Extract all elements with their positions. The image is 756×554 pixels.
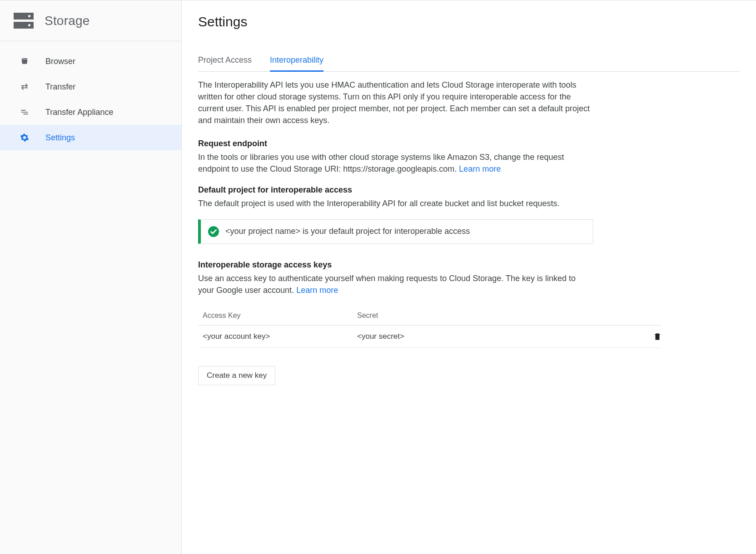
appliance-icon	[20, 108, 29, 117]
keys-table: Access Key Secret <your account key> <yo…	[198, 306, 662, 348]
keys-desc-text: Use an access key to authenticate yourse…	[198, 274, 576, 295]
table-row: <your account key> <your secret>	[198, 326, 662, 348]
banner-project-name: <your project name>	[225, 227, 300, 236]
tab-interoperability[interactable]: Interoperability	[270, 50, 323, 72]
endpoint-title: Request endpoint	[198, 139, 740, 148]
sidebar-item-browser[interactable]: Browser	[0, 49, 181, 74]
column-secret: Secret	[357, 312, 639, 320]
page-title: Settings	[198, 14, 740, 30]
keys-learn-more-link[interactable]: Learn more	[296, 286, 338, 295]
default-project-title: Default project for interoperable access	[198, 185, 740, 195]
cell-access-key: <your account key>	[198, 332, 357, 341]
sidebar-item-transfer-appliance[interactable]: Transfer Appliance	[0, 99, 181, 125]
keys-table-header: Access Key Secret	[198, 306, 662, 326]
endpoint-desc-text: In the tools or libraries you use with o…	[198, 153, 564, 173]
endpoint-desc: In the tools or libraries you use with o…	[198, 151, 593, 175]
main-content: Settings Project Access Interoperability…	[182, 0, 756, 554]
bucket-icon	[20, 57, 29, 66]
sidebar-item-settings[interactable]: Settings	[0, 125, 181, 150]
sidebar-item-label: Transfer Appliance	[45, 108, 113, 117]
keys-desc: Use an access key to authenticate yourse…	[198, 272, 593, 296]
trash-icon[interactable]	[653, 332, 662, 341]
svg-point-0	[208, 226, 219, 237]
sidebar: Storage Browser Transfer Transfer Applia…	[0, 0, 182, 554]
check-icon	[208, 226, 219, 237]
tab-project-access[interactable]: Project Access	[198, 50, 252, 72]
cell-secret: <your secret>	[357, 332, 639, 341]
intro-text: The Interoperability API lets you use HM…	[198, 79, 593, 126]
default-project-banner: <your project name> is your default proj…	[198, 219, 593, 244]
gear-icon	[20, 133, 29, 142]
sidebar-header: Storage	[0, 0, 181, 41]
sidebar-item-label: Settings	[45, 133, 75, 143]
default-project-desc: The default project is used with the Int…	[198, 198, 593, 209]
tabs: Project Access Interoperability	[198, 49, 740, 72]
product-title: Storage	[45, 14, 90, 28]
transfer-icon	[20, 82, 29, 91]
sidebar-item-transfer[interactable]: Transfer	[0, 74, 181, 99]
storage-icon	[14, 13, 34, 29]
banner-text: <your project name> is your default proj…	[225, 227, 470, 236]
sidebar-item-label: Browser	[45, 57, 75, 66]
endpoint-learn-more-link[interactable]: Learn more	[459, 164, 501, 173]
create-key-button[interactable]: Create a new key	[198, 366, 275, 385]
banner-suffix: is your default project for interoperabl…	[300, 227, 470, 236]
column-access-key: Access Key	[198, 312, 357, 320]
sidebar-nav: Browser Transfer Transfer Appliance Sett…	[0, 41, 181, 150]
keys-title: Interoperable storage access keys	[198, 260, 740, 270]
sidebar-item-label: Transfer	[45, 82, 75, 92]
